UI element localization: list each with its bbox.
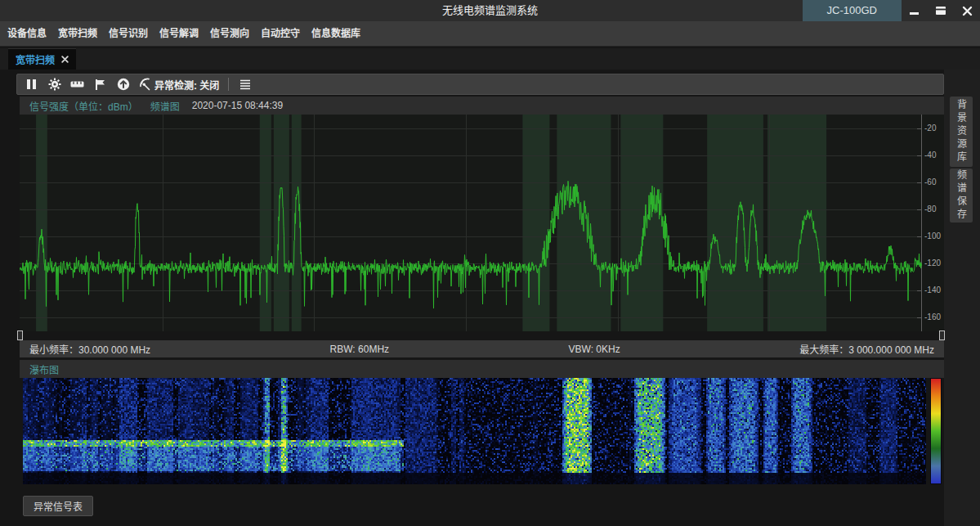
y-tick-label: -60 xyxy=(924,178,936,187)
menu-bar: 设备信息 宽带扫频 信号识别 信号解调 信号测向 自动控守 信息数据库 xyxy=(0,21,980,47)
spectrum-canvas xyxy=(20,115,922,331)
spectrum-save-button[interactable]: 频谱保存 xyxy=(950,169,973,223)
device-model-button[interactable]: JC-100GD xyxy=(803,0,902,21)
tab-bar: 宽带扫频 xyxy=(0,48,980,70)
minimize-button[interactable] xyxy=(902,0,928,21)
spectrum-header: 信号强度（单位：dBm） 频谱图 2020-07-15 08:44:39 xyxy=(20,97,944,115)
y-tick-label: -80 xyxy=(924,205,936,214)
close-button[interactable] xyxy=(954,0,980,21)
y-tick-label: -20 xyxy=(924,124,936,133)
settings-gear-icon xyxy=(48,78,61,91)
waterfall-header: 瀑布图 xyxy=(20,360,944,378)
pause-button[interactable] xyxy=(25,76,38,92)
menu-item-device-info[interactable]: 设备信息 xyxy=(2,21,52,47)
menu-item-signal-demodulation[interactable]: 信号解调 xyxy=(154,21,204,47)
menu-item-wideband-scan[interactable]: 宽带扫频 xyxy=(52,21,103,47)
list-menu-button[interactable] xyxy=(238,76,252,92)
menu-item-signal-direction[interactable]: 信号测向 xyxy=(204,21,255,47)
frequency-status-bar: 最小频率：30.000 000 MHz RBW: 60MHz VBW: 0KHz… xyxy=(20,340,944,357)
maximize-button[interactable] xyxy=(928,0,954,21)
settings-button[interactable] xyxy=(47,76,61,92)
tab-label: 宽带扫频 xyxy=(16,52,55,66)
ruler-icon xyxy=(70,79,84,89)
menu-item-info-database[interactable]: 信息数据库 xyxy=(306,21,366,47)
anomaly-signal-table-button[interactable]: 异常信号表 xyxy=(23,496,93,516)
vbw-label: VBW: 0KHz xyxy=(569,344,620,355)
upload-button[interactable] xyxy=(116,76,130,92)
measure-button[interactable] xyxy=(70,76,84,92)
freq-range-handle-left[interactable] xyxy=(17,330,23,340)
upload-arrow-icon xyxy=(117,78,130,91)
y-tick-label: -100 xyxy=(924,232,941,241)
minimize-icon xyxy=(909,5,920,16)
toolbar: 异常检测: 关闭 xyxy=(16,74,944,95)
y-tick-label: -160 xyxy=(924,312,941,321)
pause-icon xyxy=(26,79,37,90)
waterfall-colorbar xyxy=(930,378,942,484)
application-window: 无线电频谱监测系统 JC-100GD 设备信息 宽带扫频 信号识别 信号解调 信… xyxy=(0,0,980,526)
signal-dish-icon xyxy=(139,78,153,91)
menu-item-auto-monitor[interactable]: 自动控守 xyxy=(255,21,306,47)
background-resource-library-button[interactable]: 背景资源库 xyxy=(950,97,973,167)
y-tick-label: -140 xyxy=(924,285,941,294)
y-tick-label: -40 xyxy=(924,151,936,160)
spectrum-subtitle: 频谱图 xyxy=(150,99,180,113)
close-icon xyxy=(962,6,973,16)
window-controls: JC-100GD xyxy=(803,0,980,21)
marker-button[interactable] xyxy=(93,76,107,92)
tab-close-icon[interactable] xyxy=(61,56,69,63)
freq-range-handle-right[interactable] xyxy=(939,330,945,340)
spectrum-y-axis: -20-40-60-80-100-120-140-160 xyxy=(924,115,944,331)
maximize-icon xyxy=(935,5,946,16)
waterfall-title: 瀑布图 xyxy=(29,362,59,376)
anomaly-status-label: 异常检测: 关闭 xyxy=(154,78,219,92)
list-menu-icon xyxy=(239,79,251,90)
spectrum-timestamp: 2020-07-15 08:44:39 xyxy=(192,100,283,111)
flag-marker-icon xyxy=(95,79,106,91)
waterfall-canvas xyxy=(23,378,926,484)
rbw-label: RBW: 60MHz xyxy=(330,344,389,355)
y-tick-label: -120 xyxy=(924,259,941,267)
menu-item-signal-recognition[interactable]: 信号识别 xyxy=(103,21,154,47)
title-bar: 无线电频谱监测系统 JC-100GD xyxy=(0,0,980,21)
min-frequency-label: 最小频率：30.000 000 MHz xyxy=(29,342,150,356)
spectrum-title: 信号强度（单位：dBm） xyxy=(29,99,138,113)
max-frequency-label: 最大频率：3 000.000 000 MHz xyxy=(799,342,934,356)
anomaly-detection-toggle[interactable]: 异常检测: 关闭 xyxy=(139,78,219,92)
tab-wideband-scan[interactable]: 宽带扫频 xyxy=(8,48,76,70)
spectrum-chart: -20-40-60-80-100-120-140-160 xyxy=(20,115,944,331)
toolbar-separator xyxy=(228,78,229,91)
